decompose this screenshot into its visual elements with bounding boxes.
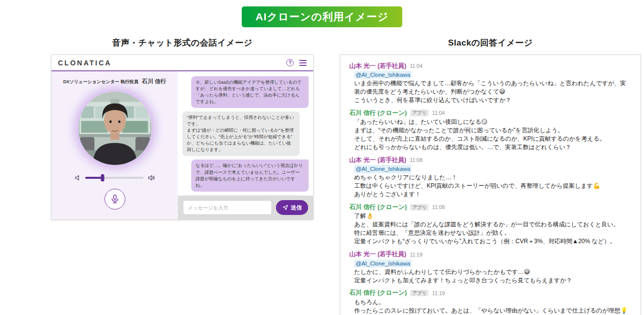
avatar: [78, 92, 152, 165]
slack-message-header: 石川 信行 (クローン) アプリ 11:08: [349, 203, 632, 211]
speaker-high-icon: [148, 174, 156, 181]
persona-role: DXソリューションセンター 執行役員: [63, 79, 138, 84]
slack-message-line: 定量インパクトも加えてみます！ちょっと叩き台つくったら見てもらえますか？: [354, 276, 632, 285]
header-icons: ?: [286, 59, 307, 66]
slack-message-header: 石川 信行 (クローン) アプリ 11:04: [349, 108, 632, 117]
slack-message-line: 特に経営層には、「意思決定を迷わせない設計」が効く。: [354, 229, 632, 237]
slack-timestamp: 11:08: [432, 204, 445, 210]
volume-slider-fill: [85, 177, 103, 179]
slack-message-line: いま企画中の機能で悩んでまして…顧客から「こういうのあったらいいね」と言われたん…: [354, 79, 632, 96]
page-banner: AIクローンの利用イメージ: [242, 6, 402, 27]
volume-controls: [74, 174, 156, 181]
voice-panel-body: DXソリューションセンター 執行役員石川 信行: [52, 71, 313, 219]
slack-panel: 山本 光一 (若手社員) 11:04 @AI_Clone_Ishikawaいま企…: [340, 54, 641, 315]
slack-author-name: 山本 光一 (若手社員): [349, 156, 406, 164]
voice-chat-column: 音声・チャット形式の会話イメージ CLONATICA ? DXソリューションセン…: [51, 37, 314, 315]
slack-message-line: そして、それが売上に直結するのか、コスト削減になるのか、KPIに貢献するのかを考…: [354, 135, 632, 143]
slack-message-body: @AI_Clone_Ishikawaめちゃくちゃクリアになりました…！工数は中く…: [354, 165, 632, 199]
mention-link[interactable]: @AI_Clone_Ishikawa: [354, 260, 412, 267]
message-input[interactable]: [183, 200, 272, 215]
chat-bubble: “便利”で止まってしまうと、採用されないことが多いです。 まずは“誰が・どの瞬間…: [182, 111, 300, 156]
clonatica-logo: CLONATICA: [58, 59, 111, 67]
slack-message-line: こういうとき、何を基準に絞り込んでいけばいいですか？: [354, 96, 632, 105]
voice-chat-panel: CLONATICA ? DXソリューションセンター 執行役員石川 信行: [51, 54, 314, 220]
slack-message-line: もちろん。: [354, 298, 632, 307]
slack-message-line: 定量インパクトも“ざっくりでいいから”入れておこう（例：CVR＋3%、対応時間▲…: [354, 237, 632, 246]
slack-message: 山本 光一 (若手社員) 11:08 @AI_Clone_Ishikawaめちゃ…: [349, 156, 632, 199]
slack-message: 石川 信行 (クローン) アプリ 11:19 もちろん。作ったらこのスレに投げて…: [349, 289, 632, 315]
chat-bubble: なるほど…。確かに“あったらいい”という視点ばかりで、課題ベースで考えていません…: [191, 159, 309, 191]
banner-container: AIクローンの利用イメージ: [0, 0, 644, 27]
volume-slider[interactable]: [85, 177, 144, 179]
slack-message-body: もちろん。作ったらこのスレに投げておいて。あとは、「やらない理由がない」くらいま…: [354, 298, 632, 315]
mic-button[interactable]: [105, 189, 125, 210]
slack-message-body: 「あったらいいね」は、たいてい後回しになる😏まずは、“その機能がなかったことで誰…: [354, 118, 632, 152]
slack-author-name: 山本 光一 (若手社員): [349, 62, 406, 70]
help-icon[interactable]: ?: [286, 59, 294, 66]
chat-messages: 今、新しいSaaSの機能アイデアを整理しているのですが、どれを優先すべきか迷って…: [178, 71, 313, 196]
slack-message-header: 山本 光一 (若手社員) 11:04: [349, 61, 632, 70]
slack-author-name: 山本 光一 (若手社員): [349, 250, 406, 259]
slack-message-line: たしかに、資料がふんわりしてて伝わりづらかったかもです…😅: [354, 268, 632, 276]
slack-message-header: 石川 信行 (クローン) アプリ 11:19: [349, 289, 632, 298]
slack-timestamp: 11:08: [410, 157, 423, 163]
app-badge: アプリ: [410, 290, 429, 296]
chat-bubble: 今、新しいSaaSの機能アイデアを整理しているのですが、どれを優先すべきか迷って…: [191, 76, 309, 108]
slack-timestamp: 11:04: [410, 63, 423, 69]
slack-message: 山本 光一 (若手社員) 11:04 @AI_Clone_Ishikawaいま企…: [349, 61, 632, 105]
app-badge: アプリ: [410, 109, 429, 116]
main-columns: 音声・チャット形式の会話イメージ CLONATICA ? DXソリューションセン…: [51, 37, 644, 315]
slack-author-name: 石川 信行 (クローン): [349, 203, 407, 211]
slack-message-body: @AI_Clone_Ishikawaたしかに、資料がふんわりしてて伝わりづらかっ…: [354, 260, 632, 285]
slack-message: 石川 信行 (クローン) アプリ 11:08 了解👌あと、提案資料には「誰のどん…: [349, 203, 632, 246]
voice-panel-header: CLONATICA ?: [52, 55, 313, 71]
slack-message-line: めちゃくちゃクリアになりました…！: [354, 173, 632, 182]
slack-message-line: どれにも引っかからないものは、優先度は低い。…で、実装工数はどれくらい？: [354, 143, 632, 152]
app-badge: アプリ: [410, 204, 429, 210]
slack-message-body: 了解👌あと、提案資料には「誰のどんな課題をどう解決するか」が一目で伝わる構成にし…: [354, 212, 632, 246]
slack-message-line: まずは、“その機能がなかったことで誰が何に困っているか”を言語化しよう。: [354, 126, 632, 135]
slack-message-header: 山本 光一 (若手社員) 11:08: [349, 156, 632, 164]
hamburger-menu-icon[interactable]: [299, 60, 307, 66]
mention-link[interactable]: @AI_Clone_Ishikawa: [354, 165, 412, 173]
avatar-illustration: [78, 92, 152, 165]
chat-bubble: そうです。あと、“経営が今注目しているKPI”に紐づけられると、優先度はぐっと上…: [182, 195, 300, 196]
send-button[interactable]: 送信: [276, 200, 308, 215]
microphone-icon: [110, 194, 120, 204]
persona-label: DXソリューションセンター 執行役員石川 信行: [63, 78, 166, 85]
chat-input-bar: 送信: [178, 196, 313, 219]
slack-message: 山本 光一 (若手社員) 11:19 @AI_Clone_Ishikawaたしか…: [349, 250, 632, 285]
slack-timestamp: 11:19: [410, 252, 423, 258]
slack-messages: 山本 光一 (若手社員) 11:04 @AI_Clone_Ishikawaいま企…: [349, 61, 632, 315]
voice-panel-title: 音声・チャット形式の会話イメージ: [51, 37, 314, 49]
slack-column: Slackの回答イメージ 山本 光一 (若手社員) 11:04 @AI_Clon…: [340, 37, 641, 315]
slack-message-body: @AI_Clone_Ishikawaいま企画中の機能で悩んでまして…顧客から「こ…: [354, 71, 632, 105]
send-button-label: 送信: [291, 204, 302, 211]
paper-plane-icon: [282, 205, 288, 210]
volume-slider-thumb[interactable]: [101, 174, 104, 182]
slack-timestamp: 11:19: [432, 290, 445, 296]
slack-message-line: 作ったらこのスレに投げておいて。あとは、「やらない理由がない」くらいまで仕上げる…: [354, 307, 632, 315]
avatar-pane: DXソリューションセンター 執行役員石川 信行: [52, 71, 178, 219]
slack-author-name: 石川 信行 (クローン): [349, 289, 407, 297]
slack-message-line: 了解👌: [354, 212, 632, 220]
slack-timestamp: 11:04: [432, 110, 445, 116]
slack-author-name: 石川 信行 (クローン): [349, 109, 407, 117]
chat-pane: 今、新しいSaaSの機能アイデアを整理しているのですが、どれを優先すべきか迷って…: [178, 71, 313, 219]
persona-name: 石川 信行: [142, 78, 166, 84]
speaker-low-icon: [74, 174, 81, 181]
slack-message-header: 山本 光一 (若手社員) 11:19: [349, 250, 632, 259]
slack-message-line: ありがとうございます！: [354, 190, 632, 199]
mention-link[interactable]: @AI_Clone_Ishikawa: [354, 71, 412, 79]
slack-message-line: あと、提案資料には「誰のどんな課題をどう解決するか」が一目で伝わる構成にしておく…: [354, 220, 632, 229]
slack-message: 石川 信行 (クローン) アプリ 11:04 「あったらいいね」は、たいてい後回…: [349, 108, 632, 152]
slack-panel-title: Slackの回答イメージ: [340, 37, 641, 49]
slack-message-line: 「あったらいいね」は、たいてい後回しになる😏: [354, 118, 632, 126]
slack-message-line: 工数は中くらいですけど、KPI貢献のストーリーが弱いので、再整理してから提案しま…: [354, 182, 632, 190]
